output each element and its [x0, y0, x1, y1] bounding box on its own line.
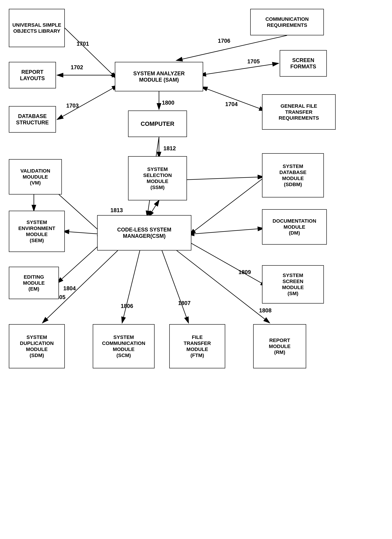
editing-module: EDITINGMODULE(EM)	[9, 267, 59, 299]
system-screen-module: SYSTEMSCREENMODULE(SM)	[262, 265, 324, 303]
system-duplication-module: SYSTEMDUPLICATIONMODULE(SDM)	[9, 324, 65, 368]
svg-line-41	[185, 177, 264, 180]
svg-line-35	[122, 250, 140, 323]
svg-line-7	[57, 86, 118, 119]
file-transfer-module: FILETRANSFERMODULE(FTM)	[169, 324, 225, 368]
screen-formats: SCREENFORMATS	[280, 50, 327, 77]
svg-text:1807: 1807	[178, 300, 191, 306]
svg-text:1703: 1703	[66, 103, 79, 109]
svg-line-3	[65, 28, 116, 78]
system-communication-module: SYSTEMCOMMUNICATIONMODULE(SCM)	[93, 324, 155, 368]
svg-text:1812: 1812	[163, 145, 176, 151]
svg-line-27	[189, 228, 264, 234]
system-analyzer-module: SYSTEM ANALYZERMODULE (SAM)	[115, 62, 203, 91]
computer: COMPUTER	[128, 111, 187, 137]
general-file-transfer-requirements: GENERAL FILETRANSFERREQUIREMENTS	[262, 94, 336, 130]
communication-requirements: COMMUNICATIONREQUIREMENTS	[250, 9, 324, 35]
svg-text:1813: 1813	[110, 207, 123, 213]
codeless-system-manager: CODE-LESS SYSTEMMANAGER(CSM)	[97, 215, 191, 250]
svg-line-21	[190, 177, 265, 234]
svg-text:1702: 1702	[71, 64, 83, 70]
svg-text:1804: 1804	[63, 285, 76, 291]
svg-text:1806: 1806	[121, 303, 133, 309]
svg-text:1701: 1701	[76, 41, 89, 47]
system-selection-module: SYSTEMSELECTIONMODULE(SSM)	[128, 156, 187, 200]
svg-line-11	[200, 63, 278, 75]
validation-module: VALIDATIONMOUDULE(VM)	[9, 159, 62, 194]
system-database-module: SYSTEMDATABASEMODULE(SDBM)	[262, 153, 324, 197]
svg-line-37	[162, 250, 189, 323]
svg-text:1705: 1705	[247, 58, 260, 65]
system-environment-module: SYSTEMENVIRONMENTMODULE(SEM)	[9, 211, 65, 252]
svg-text:1704: 1704	[225, 101, 238, 107]
database-structure: DATABASESTRUCTURE	[9, 106, 56, 133]
svg-text:1809: 1809	[238, 269, 251, 275]
report-layouts: REPORTLAYOUTS	[9, 62, 56, 88]
svg-text:1706: 1706	[218, 38, 230, 44]
report-module: REPORTMODULE(RM)	[253, 324, 306, 368]
svg-line-23	[59, 194, 103, 234]
documentation-module: DOCUMENTATIONMODULE(DM)	[262, 209, 327, 245]
svg-text:1800: 1800	[162, 100, 175, 106]
universal-simple-objects-library: UNIVERSAL SIMPLE OBJECTS LIBRARY	[9, 9, 65, 47]
svg-line-20	[149, 200, 159, 217]
svg-line-30	[189, 242, 266, 286]
svg-line-9	[177, 35, 287, 60]
svg-text:1808: 1808	[259, 307, 272, 313]
